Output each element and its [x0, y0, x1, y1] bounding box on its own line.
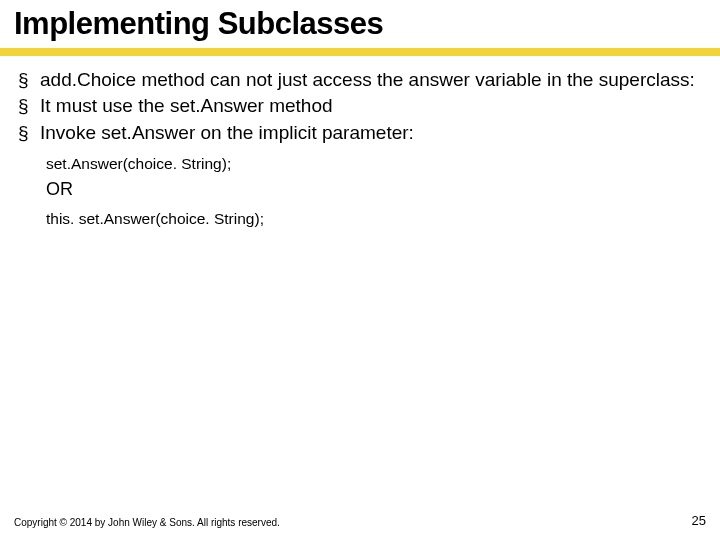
- or-label: OR: [18, 179, 702, 200]
- slide: Implementing Subclasses add.Choice metho…: [0, 0, 720, 540]
- bullet-list: add.Choice method can not just access th…: [18, 68, 702, 145]
- code-line: this. set.Answer(choice. String);: [46, 210, 702, 228]
- title-underline: [0, 48, 720, 56]
- code-line: set.Answer(choice. String);: [46, 155, 702, 173]
- page-number: 25: [692, 513, 706, 528]
- code-block-2: this. set.Answer(choice. String);: [18, 210, 702, 228]
- code-block-1: set.Answer(choice. String);: [18, 155, 702, 173]
- bullet-item: It must use the set.Answer method: [18, 94, 702, 118]
- footer: Copyright © 2014 by John Wiley & Sons. A…: [14, 513, 706, 528]
- content-area: add.Choice method can not just access th…: [0, 68, 720, 228]
- bullet-item: Invoke set.Answer on the implicit parame…: [18, 121, 702, 145]
- bullet-item: add.Choice method can not just access th…: [18, 68, 702, 92]
- copyright-text: Copyright © 2014 by John Wiley & Sons. A…: [14, 517, 280, 528]
- page-title: Implementing Subclasses: [0, 0, 720, 48]
